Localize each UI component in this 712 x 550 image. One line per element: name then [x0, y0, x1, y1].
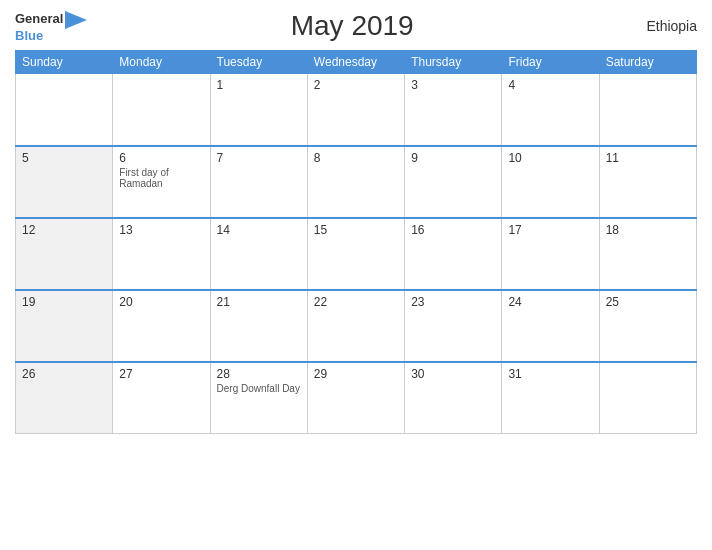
day-event: Derg Downfall Day	[217, 383, 301, 394]
calendar-table: Sunday Monday Tuesday Wednesday Thursday…	[15, 50, 697, 434]
day-number: 3	[411, 78, 495, 92]
calendar-cell	[16, 74, 113, 146]
week-row-5: 262728Derg Downfall Day293031	[16, 362, 697, 434]
day-number: 28	[217, 367, 301, 381]
day-number: 21	[217, 295, 301, 309]
calendar-page: General Blue May 2019 Ethiopia Sunday Mo…	[0, 0, 712, 550]
calendar-cell: 17	[502, 218, 599, 290]
calendar-cell: 22	[307, 290, 404, 362]
day-event: First day of Ramadan	[119, 167, 203, 189]
calendar-cell: 19	[16, 290, 113, 362]
calendar-cell: 27	[113, 362, 210, 434]
calendar-cell: 20	[113, 290, 210, 362]
day-number: 25	[606, 295, 690, 309]
calendar-cell: 15	[307, 218, 404, 290]
month-title: May 2019	[87, 10, 617, 42]
day-number: 5	[22, 151, 106, 165]
calendar-cell: 8	[307, 146, 404, 218]
day-number: 24	[508, 295, 592, 309]
calendar-cell: 10	[502, 146, 599, 218]
calendar-cell: 28Derg Downfall Day	[210, 362, 307, 434]
header: General Blue May 2019 Ethiopia	[15, 10, 697, 50]
calendar-cell: 1	[210, 74, 307, 146]
day-number: 13	[119, 223, 203, 237]
calendar-cell: 23	[405, 290, 502, 362]
logo: General Blue	[15, 11, 87, 42]
calendar-cell: 12	[16, 218, 113, 290]
day-number: 14	[217, 223, 301, 237]
day-number: 15	[314, 223, 398, 237]
header-thursday: Thursday	[405, 51, 502, 74]
calendar-cell: 14	[210, 218, 307, 290]
calendar-cell: 6First day of Ramadan	[113, 146, 210, 218]
week-row-2: 56First day of Ramadan7891011	[16, 146, 697, 218]
calendar-cell: 3	[405, 74, 502, 146]
calendar-cell	[113, 74, 210, 146]
header-friday: Friday	[502, 51, 599, 74]
day-number: 2	[314, 78, 398, 92]
header-monday: Monday	[113, 51, 210, 74]
calendar-cell: 5	[16, 146, 113, 218]
calendar-cell: 2	[307, 74, 404, 146]
calendar-cell: 4	[502, 74, 599, 146]
calendar-cell: 29	[307, 362, 404, 434]
calendar-cell: 11	[599, 146, 696, 218]
day-number: 12	[22, 223, 106, 237]
calendar-cell: 9	[405, 146, 502, 218]
calendar-cell: 21	[210, 290, 307, 362]
day-number: 1	[217, 78, 301, 92]
day-number: 17	[508, 223, 592, 237]
calendar-cell: 24	[502, 290, 599, 362]
header-wednesday: Wednesday	[307, 51, 404, 74]
day-number: 16	[411, 223, 495, 237]
svg-marker-0	[65, 11, 87, 29]
week-row-1: 1234	[16, 74, 697, 146]
calendar-cell	[599, 74, 696, 146]
logo-general-text: General	[15, 12, 63, 26]
day-number: 29	[314, 367, 398, 381]
day-number: 7	[217, 151, 301, 165]
calendar-cell: 26	[16, 362, 113, 434]
calendar-cell: 16	[405, 218, 502, 290]
day-number: 26	[22, 367, 106, 381]
day-number: 20	[119, 295, 203, 309]
day-number: 18	[606, 223, 690, 237]
logo-flag-icon	[65, 11, 87, 29]
calendar-cell: 30	[405, 362, 502, 434]
logo-blue-text: Blue	[15, 29, 43, 42]
day-number: 19	[22, 295, 106, 309]
header-tuesday: Tuesday	[210, 51, 307, 74]
day-number: 8	[314, 151, 398, 165]
day-number: 22	[314, 295, 398, 309]
week-row-4: 19202122232425	[16, 290, 697, 362]
logo-line1: General	[15, 11, 87, 29]
day-number: 27	[119, 367, 203, 381]
day-number: 9	[411, 151, 495, 165]
calendar-cell: 18	[599, 218, 696, 290]
day-number: 30	[411, 367, 495, 381]
day-number: 11	[606, 151, 690, 165]
calendar-cell: 31	[502, 362, 599, 434]
day-number: 4	[508, 78, 592, 92]
calendar-cell: 7	[210, 146, 307, 218]
calendar-cell	[599, 362, 696, 434]
day-number: 6	[119, 151, 203, 165]
weekday-header-row: Sunday Monday Tuesday Wednesday Thursday…	[16, 51, 697, 74]
calendar-cell: 13	[113, 218, 210, 290]
calendar-cell: 25	[599, 290, 696, 362]
day-number: 10	[508, 151, 592, 165]
header-saturday: Saturday	[599, 51, 696, 74]
day-number: 31	[508, 367, 592, 381]
header-sunday: Sunday	[16, 51, 113, 74]
country-name: Ethiopia	[617, 18, 697, 34]
day-number: 23	[411, 295, 495, 309]
week-row-3: 12131415161718	[16, 218, 697, 290]
